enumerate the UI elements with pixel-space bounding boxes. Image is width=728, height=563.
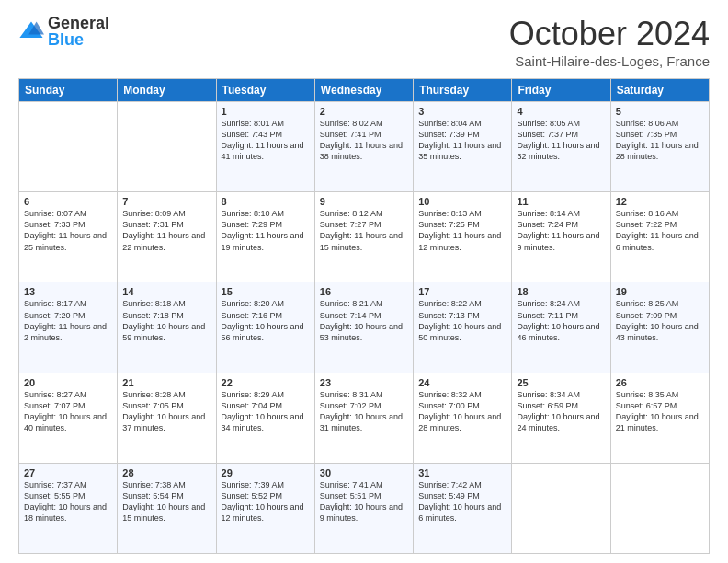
day-cell: 28Sunrise: 7:38 AM Sunset: 5:54 PM Dayli… [118,463,216,553]
day-cell: 24Sunrise: 8:32 AM Sunset: 7:00 PM Dayli… [414,373,512,463]
day-cell: 26Sunrise: 8:35 AM Sunset: 6:57 PM Dayli… [610,373,709,463]
day-number: 24 [418,377,506,388]
logo-blue-text: Blue [48,31,109,48]
day-number: 3 [418,106,506,117]
day-info: Sunrise: 8:24 AM Sunset: 7:11 PM Dayligh… [517,298,605,343]
day-cell: 30Sunrise: 7:41 AM Sunset: 5:51 PM Dayli… [314,463,413,553]
day-info: Sunrise: 8:32 AM Sunset: 7:00 PM Dayligh… [418,389,506,434]
day-info: Sunrise: 8:22 AM Sunset: 7:13 PM Dayligh… [418,298,506,343]
day-cell: 27Sunrise: 7:37 AM Sunset: 5:55 PM Dayli… [19,463,118,553]
weekday-header-sunday: Sunday [19,79,118,102]
day-info: Sunrise: 8:35 AM Sunset: 6:57 PM Dayligh… [616,389,704,434]
weekday-header-thursday: Thursday [414,79,512,102]
day-cell: 7Sunrise: 8:09 AM Sunset: 7:31 PM Daylig… [118,192,216,282]
day-info: Sunrise: 8:25 AM Sunset: 7:09 PM Dayligh… [616,298,704,343]
logo-icon [18,18,44,44]
day-number: 18 [517,286,605,297]
day-info: Sunrise: 8:29 AM Sunset: 7:04 PM Dayligh… [222,389,310,434]
day-number: 22 [222,377,310,388]
day-cell: 9Sunrise: 8:12 AM Sunset: 7:27 PM Daylig… [314,192,413,282]
logo-general-text: General [48,15,109,31]
day-cell: 8Sunrise: 8:10 AM Sunset: 7:29 PM Daylig… [216,192,314,282]
day-number: 10 [418,196,506,207]
day-number: 16 [320,286,408,297]
day-number: 4 [517,106,605,117]
day-cell: 25Sunrise: 8:34 AM Sunset: 6:59 PM Dayli… [512,373,610,463]
day-cell: 10Sunrise: 8:13 AM Sunset: 7:25 PM Dayli… [414,192,512,282]
title-block: October 2024 Saint-Hilaire-des-Loges, Fr… [509,15,710,69]
day-cell: 11Sunrise: 8:14 AM Sunset: 7:24 PM Dayli… [512,192,610,282]
day-info: Sunrise: 8:18 AM Sunset: 7:18 PM Dayligh… [122,298,210,343]
day-cell: 1Sunrise: 8:01 AM Sunset: 7:43 PM Daylig… [216,102,314,192]
day-number: 21 [122,377,210,388]
location-title: Saint-Hilaire-des-Loges, France [509,53,710,69]
day-info: Sunrise: 8:02 AM Sunset: 7:41 PM Dayligh… [320,118,408,163]
day-info: Sunrise: 8:28 AM Sunset: 7:05 PM Dayligh… [122,389,210,434]
day-number: 23 [320,377,408,388]
day-number: 9 [320,196,408,207]
day-info: Sunrise: 8:13 AM Sunset: 7:25 PM Dayligh… [418,208,506,253]
day-cell: 19Sunrise: 8:25 AM Sunset: 7:09 PM Dayli… [610,282,709,373]
day-info: Sunrise: 7:41 AM Sunset: 5:51 PM Dayligh… [320,479,408,524]
day-number: 13 [24,286,112,297]
day-cell: 17Sunrise: 8:22 AM Sunset: 7:13 PM Dayli… [414,282,512,373]
logo: General Blue [18,15,109,48]
weekday-header-tuesday: Tuesday [216,79,314,102]
day-info: Sunrise: 8:09 AM Sunset: 7:31 PM Dayligh… [122,208,210,253]
logo-text: General Blue [48,15,109,48]
month-title: October 2024 [509,15,710,53]
day-cell: 29Sunrise: 7:39 AM Sunset: 5:52 PM Dayli… [216,463,314,553]
day-info: Sunrise: 7:37 AM Sunset: 5:55 PM Dayligh… [24,479,112,524]
day-cell [19,102,118,192]
day-number: 2 [320,106,408,117]
day-number: 5 [616,106,704,117]
day-cell: 15Sunrise: 8:20 AM Sunset: 7:16 PM Dayli… [216,282,314,373]
day-info: Sunrise: 7:42 AM Sunset: 5:49 PM Dayligh… [418,479,506,524]
day-info: Sunrise: 8:04 AM Sunset: 7:39 PM Dayligh… [418,118,506,163]
day-cell: 18Sunrise: 8:24 AM Sunset: 7:11 PM Dayli… [512,282,610,373]
day-cell: 2Sunrise: 8:02 AM Sunset: 7:41 PM Daylig… [314,102,413,192]
day-info: Sunrise: 8:17 AM Sunset: 7:20 PM Dayligh… [24,298,112,343]
weekday-header-monday: Monday [118,79,216,102]
day-cell: 12Sunrise: 8:16 AM Sunset: 7:22 PM Dayli… [610,192,709,282]
day-info: Sunrise: 8:10 AM Sunset: 7:29 PM Dayligh… [222,208,310,253]
day-number: 25 [517,377,605,388]
day-info: Sunrise: 8:12 AM Sunset: 7:27 PM Dayligh… [320,208,408,253]
weekday-header-saturday: Saturday [610,79,709,102]
day-info: Sunrise: 7:38 AM Sunset: 5:54 PM Dayligh… [122,479,210,524]
day-cell: 22Sunrise: 8:29 AM Sunset: 7:04 PM Dayli… [216,373,314,463]
day-cell: 3Sunrise: 8:04 AM Sunset: 7:39 PM Daylig… [414,102,512,192]
day-info: Sunrise: 8:14 AM Sunset: 7:24 PM Dayligh… [517,208,605,253]
day-cell: 21Sunrise: 8:28 AM Sunset: 7:05 PM Dayli… [118,373,216,463]
week-row-3: 20Sunrise: 8:27 AM Sunset: 7:07 PM Dayli… [19,373,710,463]
day-number: 1 [222,106,310,117]
day-info: Sunrise: 8:16 AM Sunset: 7:22 PM Dayligh… [616,208,704,253]
day-cell [118,102,216,192]
day-number: 31 [418,467,506,478]
day-info: Sunrise: 8:27 AM Sunset: 7:07 PM Dayligh… [24,389,112,434]
day-number: 15 [222,286,310,297]
weekday-header-row: SundayMondayTuesdayWednesdayThursdayFrid… [19,79,710,102]
day-info: Sunrise: 8:20 AM Sunset: 7:16 PM Dayligh… [222,298,310,343]
week-row-1: 6Sunrise: 8:07 AM Sunset: 7:33 PM Daylig… [19,192,710,282]
day-info: Sunrise: 8:06 AM Sunset: 7:35 PM Dayligh… [616,118,704,163]
day-number: 30 [320,467,408,478]
calendar-table: SundayMondayTuesdayWednesdayThursdayFrid… [18,78,710,554]
day-cell: 31Sunrise: 7:42 AM Sunset: 5:49 PM Dayli… [414,463,512,553]
day-info: Sunrise: 7:39 AM Sunset: 5:52 PM Dayligh… [222,479,310,524]
day-cell: 4Sunrise: 8:05 AM Sunset: 7:37 PM Daylig… [512,102,610,192]
day-cell: 16Sunrise: 8:21 AM Sunset: 7:14 PM Dayli… [314,282,413,373]
day-cell: 23Sunrise: 8:31 AM Sunset: 7:02 PM Dayli… [314,373,413,463]
day-number: 11 [517,196,605,207]
week-row-4: 27Sunrise: 7:37 AM Sunset: 5:55 PM Dayli… [19,463,710,553]
day-number: 20 [24,377,112,388]
day-cell: 13Sunrise: 8:17 AM Sunset: 7:20 PM Dayli… [19,282,118,373]
day-number: 7 [122,196,210,207]
day-number: 27 [24,467,112,478]
day-number: 28 [122,467,210,478]
day-number: 17 [418,286,506,297]
week-row-2: 13Sunrise: 8:17 AM Sunset: 7:20 PM Dayli… [19,282,710,373]
day-cell [512,463,610,553]
day-info: Sunrise: 8:31 AM Sunset: 7:02 PM Dayligh… [320,389,408,434]
page: General Blue October 2024 Saint-Hilaire-… [0,0,728,563]
